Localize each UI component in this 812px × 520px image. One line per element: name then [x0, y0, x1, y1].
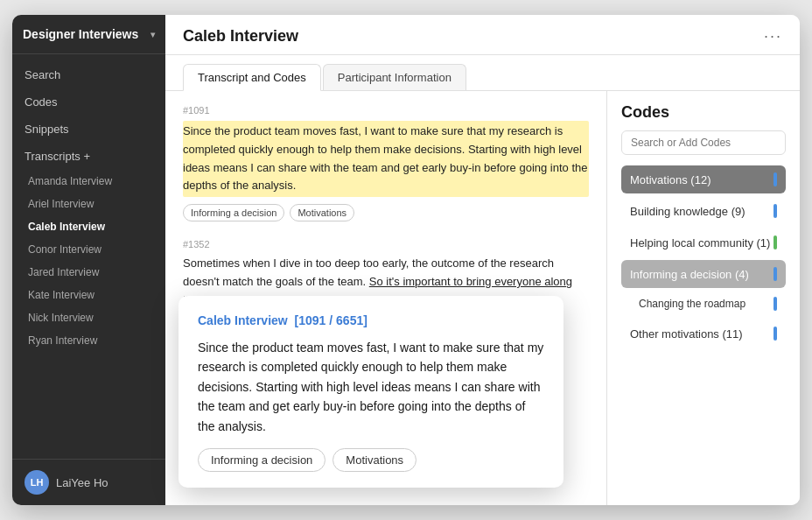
popup-text: Since the product team moves fast, I wan…: [198, 338, 544, 436]
sidebar-item-search[interactable]: Search: [12, 61, 165, 88]
tab-transcript-codes[interactable]: Transcript and Codes: [183, 64, 321, 91]
sidebar-footer: LH LaiYee Ho: [12, 459, 165, 505]
code-item-building-knowledge[interactable]: Building knowledge (9): [621, 197, 786, 225]
sidebar-item-snippets[interactable]: Snippets: [12, 116, 165, 143]
popup-ref: [1091 / 6651]: [295, 313, 368, 327]
code-label: Motivations (12): [630, 173, 710, 186]
popup-tag-informing[interactable]: Informing a decision: [198, 448, 326, 472]
code-label: Helping local community (1): [630, 236, 770, 249]
sidebar-transcript-nick[interactable]: Nick Interview: [12, 306, 165, 329]
tab-bar: Transcript and Codes Participant Informa…: [165, 55, 800, 91]
entry-number: #1091: [183, 105, 589, 116]
sidebar-transcript-ariel[interactable]: Ariel Interview: [12, 193, 165, 215]
code-item-helping-community[interactable]: Helping local community (1): [621, 228, 786, 256]
entry-tags: Informing a decision Motivations: [183, 204, 589, 221]
popup-header: Caleb Interview [1091 / 6651]: [198, 313, 544, 327]
sidebar-item-codes[interactable]: Codes: [12, 88, 165, 116]
sidebar-transcript-ryan[interactable]: Ryan Interview: [12, 329, 165, 352]
user-name: LaiYee Ho: [56, 476, 108, 489]
code-label: Changing the roadmap: [639, 298, 746, 310]
table-row: #1091 Since the product team moves fast,…: [183, 105, 589, 221]
code-item-other-motivations[interactable]: Other motivations (11): [621, 320, 786, 348]
app-container: Designer Interviews ▾ Search Codes Snipp…: [12, 15, 800, 505]
code-item-motivations[interactable]: Motivations (12): [621, 165, 786, 193]
sidebar-transcript-conor[interactable]: Conor Interview: [12, 238, 165, 261]
code-label: Building knowledge (9): [630, 205, 746, 218]
tag-informing[interactable]: Informing a decision: [183, 204, 284, 221]
code-bar-blue: [774, 204, 777, 218]
code-bar-blue: [774, 327, 777, 341]
sidebar-transcript-amanda[interactable]: Amanda Interview: [12, 170, 165, 193]
sidebar-header[interactable]: Designer Interviews ▾: [12, 15, 165, 54]
main-header: Caleb Interview ···: [165, 15, 800, 55]
sidebar-item-transcripts[interactable]: Transcripts +: [12, 143, 165, 170]
code-bar-green: [774, 235, 777, 249]
popup-tag-motivations[interactable]: Motivations: [332, 448, 416, 472]
sidebar-transcript-caleb[interactable]: Caleb Interview: [12, 215, 165, 238]
popup-title: Caleb Interview: [198, 313, 288, 327]
more-options-button[interactable]: ···: [764, 27, 782, 46]
sidebar-transcript-kate[interactable]: Kate Interview: [12, 284, 165, 306]
sidebar-nav: Search Codes Snippets Transcripts + Aman…: [12, 54, 165, 359]
tab-participant-info[interactable]: Participant Information: [323, 64, 466, 90]
entry-number: #1352: [183, 239, 589, 249]
code-bar-blue: [774, 267, 777, 281]
code-item-informing-decision[interactable]: Informing a decision (4): [621, 260, 786, 288]
code-label: Informing a decision (4): [630, 268, 749, 281]
sidebar: Designer Interviews ▾ Search Codes Snipp…: [12, 15, 165, 505]
codes-search-input[interactable]: [621, 130, 786, 155]
project-name: Designer Interviews: [23, 27, 138, 41]
entry-text: Since the product team moves fast, I wan…: [183, 121, 589, 197]
avatar: LH: [24, 470, 49, 495]
codes-title: Codes: [621, 103, 786, 122]
code-bar-blue: [774, 297, 777, 311]
popup-card: Caleb Interview [1091 / 6651] Since the …: [178, 296, 564, 488]
tag-motivations[interactable]: Motivations: [290, 204, 354, 221]
popup-tags: Informing a decision Motivations: [198, 448, 544, 472]
chevron-down-icon: ▾: [150, 30, 155, 39]
codes-panel: Codes Motivations (12) Building knowledg…: [607, 91, 800, 505]
code-bar-blue: [774, 172, 777, 186]
page-title: Caleb Interview: [183, 27, 298, 46]
code-label: Other motivations (11): [630, 327, 743, 341]
code-item-changing-roadmap[interactable]: Changing the roadmap: [621, 292, 786, 316]
sidebar-transcript-jared[interactable]: Jared Interview: [12, 261, 165, 284]
